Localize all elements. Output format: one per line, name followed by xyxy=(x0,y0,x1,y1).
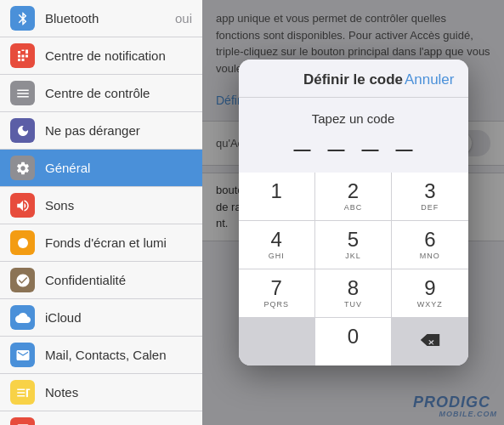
keypad-key-9[interactable]: 9WXYZ xyxy=(392,269,467,317)
modal-title: Définir le code xyxy=(303,71,404,88)
modal-overlay: Définir le code Annuler Tapez un code — … xyxy=(202,0,504,425)
keypad-key-4[interactable]: 4GHI xyxy=(239,221,314,269)
sidebar-value-bluetooth: oui xyxy=(175,11,192,26)
sidebar-label-icloud: iCloud xyxy=(45,310,82,325)
passcode-modal: Définir le code Annuler Tapez un code — … xyxy=(239,60,468,366)
keypad-delete[interactable] xyxy=(392,318,467,366)
notifications-icon xyxy=(10,43,35,68)
sidebar-item-control-center[interactable]: Centre de contrôle xyxy=(0,75,202,112)
keypad-key-8[interactable]: 8TUV xyxy=(315,269,391,317)
cancel-button[interactable]: Annuler xyxy=(404,71,455,88)
icloud-icon xyxy=(10,305,35,330)
keypad-key-7[interactable]: 7PQRS xyxy=(239,269,314,317)
keypad-key-1[interactable]: 1 xyxy=(239,173,314,220)
wallpaper-icon xyxy=(10,230,35,255)
keypad-key-6[interactable]: 6MNO xyxy=(392,221,467,269)
sidebar-label-bluetooth: Bluetooth xyxy=(45,11,99,26)
key-letters-4: GHI xyxy=(269,252,285,260)
sidebar-item-notifications[interactable]: Centre de notification xyxy=(0,37,202,75)
sidebar-label-mail: Mail, Contacts, Calen xyxy=(45,348,167,362)
key-number-7: 7 xyxy=(270,278,281,298)
key-number-6: 6 xyxy=(424,230,435,250)
key-letters-3: DEF xyxy=(421,203,439,212)
do-not-disturb-icon xyxy=(10,118,35,143)
sidebar-item-bluetooth[interactable]: Bluetoothoui xyxy=(0,0,202,37)
sidebar-item-privacy[interactable]: Confidentialité xyxy=(0,262,202,299)
sidebar-item-rappels[interactable]: Rappels xyxy=(0,411,202,425)
key-number-2: 2 xyxy=(348,181,359,201)
keypad: 12ABC3DEF4GHI5JKL6MNO7PQRS8TUV9WXYZ0 xyxy=(239,173,468,366)
modal-header: Définir le code Annuler xyxy=(239,60,468,98)
code-dots: — — — — xyxy=(239,133,468,173)
svg-point-0 xyxy=(18,238,28,248)
key-letters-7: PQRS xyxy=(263,300,289,309)
key-letters-8: TUV xyxy=(344,300,362,309)
key-number-1: 1 xyxy=(270,181,281,201)
control-center-icon xyxy=(10,81,35,105)
keypad-key-3[interactable]: 3DEF xyxy=(392,173,467,220)
bluetooth-icon xyxy=(10,6,35,31)
sidebar-item-icloud[interactable]: iCloud xyxy=(0,299,202,337)
sidebar-label-notifications: Centre de notification xyxy=(45,48,166,63)
key-number-3: 3 xyxy=(424,181,435,201)
delete-icon xyxy=(418,332,442,353)
mail-icon xyxy=(10,343,35,367)
key-letters-6: MNO xyxy=(420,252,440,260)
sidebar-item-mail[interactable]: Mail, Contacts, Calen xyxy=(0,337,202,374)
sons-icon xyxy=(10,193,35,218)
notes-icon xyxy=(10,380,35,405)
keypad-empty xyxy=(239,318,314,366)
keypad-key-2[interactable]: 2ABC xyxy=(315,173,391,220)
sidebar-label-notes: Notes xyxy=(45,385,78,400)
key-number-4: 4 xyxy=(270,230,281,250)
key-letters-5: JKL xyxy=(345,252,361,260)
modal-prompt: Tapez un code xyxy=(239,98,468,133)
code-dash-1: — xyxy=(294,139,311,159)
key-letters-9: WXYZ xyxy=(417,300,443,309)
sidebar-item-notes[interactable]: Notes xyxy=(0,374,202,411)
key-number-0: 0 xyxy=(348,326,359,347)
keypad-key-0[interactable]: 0 xyxy=(315,318,391,366)
keypad-key-5[interactable]: 5JKL xyxy=(315,221,391,269)
sidebar: BluetoothouiCentre de notificationCentre… xyxy=(0,0,202,425)
key-number-5: 5 xyxy=(348,230,359,250)
general-icon xyxy=(10,156,35,180)
key-number-8: 8 xyxy=(348,278,359,298)
sidebar-item-do-not-disturb[interactable]: Ne pas déranger xyxy=(0,112,202,150)
sidebar-label-do-not-disturb: Ne pas déranger xyxy=(45,123,140,138)
sidebar-label-privacy: Confidentialité xyxy=(45,273,126,287)
sidebar-item-sons[interactable]: Sons xyxy=(0,187,202,224)
rappels-icon xyxy=(10,417,35,425)
privacy-icon xyxy=(10,268,35,292)
key-number-9: 9 xyxy=(424,278,435,298)
sidebar-label-general: Général xyxy=(45,161,90,175)
code-dash-4: — xyxy=(396,139,413,159)
code-dash-2: — xyxy=(328,139,345,159)
sidebar-label-control-center: Centre de contrôle xyxy=(45,86,150,100)
code-dash-3: — xyxy=(362,139,379,159)
sidebar-label-sons: Sons xyxy=(45,198,74,212)
sidebar-item-general[interactable]: Général xyxy=(0,150,202,187)
main-content: app unique et vous permet de contrôler q… xyxy=(202,0,504,425)
sidebar-label-wallpaper: Fonds d'écran et lumi xyxy=(45,235,167,250)
key-letters-2: ABC xyxy=(344,203,363,212)
sidebar-item-wallpaper[interactable]: Fonds d'écran et lumi xyxy=(0,224,202,262)
